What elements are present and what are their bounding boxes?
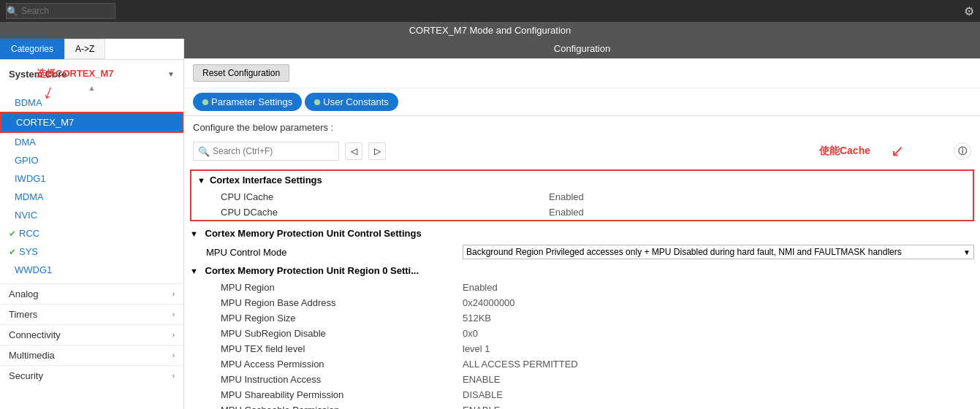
mpu-control-mode-value-cell: Background Region Privileged accesses on…: [457, 242, 980, 261]
params-table: ▼ Cortex Interface Settings CPU ICache E…: [184, 167, 980, 409]
mpu-region-value-1[interactable]: 0x24000000: [457, 295, 980, 310]
mpu-region-label-4: MPU TEX field level: [184, 341, 457, 356]
mpu-region-label-1: MPU Region Base Address: [184, 295, 457, 310]
mpu-region-label-0: MPU Region: [184, 280, 457, 295]
configure-label: Configure the below parameters :: [184, 116, 980, 139]
mpu-region0-section-label: Cortex Memory Protection Unit Region 0 S…: [205, 265, 419, 276]
param-settings-dot: [202, 99, 208, 105]
cortex-interface-box: ▼ Cortex Interface Settings CPU ICache E…: [190, 169, 974, 221]
mpu-control-mode-value: Background Region Privileged accesses on…: [466, 247, 902, 257]
content-area: Configuration Reset Configuration Parame…: [184, 39, 980, 409]
sidebar-item-CORTEX_M7[interactable]: CORTEX_M7: [0, 112, 183, 133]
sidebar-item-IWDG1[interactable]: IWDG1: [0, 169, 183, 188]
mpu-region-row-4: MPU TEX field level level 1: [184, 341, 980, 356]
cpu-icache-label: CPU ICache: [191, 189, 543, 204]
mpu-region-value-6[interactable]: ENABLE: [457, 372, 980, 387]
search-area: 🔍 ◁ ▷ 使能Cache ↙ ⓘ: [184, 139, 980, 167]
sidebar-category-multimedia[interactable]: Multimedia ›: [0, 345, 183, 365]
sidebar-category-analog[interactable]: Analog ›: [0, 283, 183, 304]
mpu-control-mode-select[interactable]: Background Region Privileged accesses on…: [463, 245, 974, 259]
sidebar-category-connectivity[interactable]: Connectivity ›: [0, 324, 183, 345]
cache-annotation-text: 使能Cache: [819, 145, 870, 158]
mpu-region-row-0: MPU Region Enabled: [184, 280, 980, 295]
tab-categories[interactable]: Categories: [0, 39, 64, 59]
mpu-region-label-5: MPU Access Permission: [184, 356, 457, 372]
sidebar: Categories A->Z 选择CORTEX_M7 ↓ System Cor…: [0, 39, 184, 409]
sidebar-item-MDMA[interactable]: MDMA: [0, 188, 183, 206]
mpu-region-row-2: MPU Region Size 512KB: [184, 310, 980, 326]
mpu-region-value-2[interactable]: 512KB: [457, 310, 980, 326]
mpu-region-value-5[interactable]: ALL ACCESS PERMITTED: [457, 356, 980, 372]
sidebar-system-core-section: System Core ▼ ▲ BDMA CORTEX_M7 DMA GPIO …: [0, 60, 183, 283]
toolbar: Reset Configuration: [184, 58, 980, 88]
sys-label: SYS: [19, 246, 38, 257]
multimedia-label: Multimedia: [9, 350, 55, 361]
mpu-region-value-3[interactable]: 0x0: [457, 326, 980, 341]
tab-user-constants[interactable]: User Constants: [305, 93, 398, 111]
reset-config-button[interactable]: Reset Configuration: [193, 64, 289, 82]
sidebar-item-RCC[interactable]: ✔ RCC: [0, 224, 183, 242]
main-layout: Categories A->Z 选择CORTEX_M7 ↓ System Cor…: [0, 39, 980, 409]
tab-az[interactable]: A->Z: [64, 39, 105, 59]
connectivity-arrow: ›: [172, 331, 175, 339]
mpu-region-row-8: MPU Cacheable Permission ENABLE: [184, 402, 980, 409]
sidebar-item-BDMA[interactable]: BDMA: [0, 93, 183, 112]
sidebar-item-DMA[interactable]: DMA: [0, 133, 183, 151]
top-bar: 🔍 ⚙: [0, 0, 980, 22]
sidebar-item-GPIO[interactable]: GPIO: [0, 151, 183, 169]
mpu-region-label-8: MPU Cacheable Permission: [184, 402, 457, 409]
mpu-region-row-5: MPU Access Permission ALL ACCESS PERMITT…: [184, 356, 980, 372]
search-next-button[interactable]: ▷: [368, 142, 386, 160]
system-core-header[interactable]: System Core ▼: [0, 64, 183, 84]
security-arrow: ›: [172, 372, 175, 380]
sidebar-category-timers[interactable]: Timers ›: [0, 304, 183, 324]
mpu-region-value-7[interactable]: DISABLE: [457, 387, 980, 402]
mpu-region-value-8[interactable]: ENABLE: [457, 402, 980, 409]
timers-arrow: ›: [172, 310, 175, 318]
cpu-dcache-value[interactable]: Enabled: [543, 204, 973, 220]
search-prev-button[interactable]: ◁: [345, 142, 362, 160]
mpu-region0-header-row: ▼ Cortex Memory Protection Unit Region 0…: [184, 261, 980, 280]
sidebar-tabs: Categories A->Z: [0, 39, 183, 60]
mpu-control-collapse-icon: ▼: [190, 229, 198, 238]
tab-parameter-settings[interactable]: Parameter Settings: [193, 93, 302, 111]
cortex-interface-table: CPU ICache Enabled CPU DCache Enabled: [191, 189, 973, 220]
dropdown-arrow-icon: ▼: [963, 248, 970, 256]
sidebar-item-SYS[interactable]: ✔ SYS: [0, 242, 183, 261]
mpu-region-label-2: MPU Region Size: [184, 310, 457, 326]
sidebar-item-WWDG1[interactable]: WWDG1: [0, 261, 183, 279]
mpu-region-label-7: MPU Shareability Permission: [184, 387, 457, 402]
cpu-icache-value[interactable]: Enabled: [543, 189, 973, 204]
mpu-control-section-label: Cortex Memory Protection Unit Control Se…: [205, 228, 422, 239]
param-search-box[interactable]: 🔍: [193, 142, 339, 161]
info-button[interactable]: ⓘ: [954, 142, 971, 160]
analog-label: Analog: [9, 288, 38, 299]
multimedia-arrow: ›: [172, 351, 175, 359]
top-search-box[interactable]: 🔍: [6, 3, 115, 19]
mpu-region-row-7: MPU Shareability Permission DISABLE: [184, 387, 980, 402]
cortex-interface-toggle[interactable]: ▼ Cortex Interface Settings: [191, 171, 973, 189]
config-header: Configuration: [184, 39, 980, 58]
window-title: CORTEX_M7 Mode and Configuration: [0, 22, 980, 39]
mpu-control-mode-row: MPU Control Mode Background Region Privi…: [184, 242, 980, 261]
settings-icon[interactable]: ⚙: [964, 4, 974, 18]
rcc-label: RCC: [19, 228, 39, 239]
security-label: Security: [9, 370, 43, 381]
sidebar-category-security[interactable]: Security ›: [0, 365, 183, 386]
param-settings-label: Parameter Settings: [211, 96, 292, 107]
app-container: 🔍 ⚙ CORTEX_M7 Mode and Configuration Cat…: [0, 0, 980, 409]
user-constants-dot: [314, 99, 320, 105]
param-search-input[interactable]: [213, 146, 334, 156]
mpu-region-label-3: MPU SubRegion Disable: [184, 326, 457, 341]
mpu-region-value-0[interactable]: Enabled: [457, 280, 980, 295]
mpu-region-value-4[interactable]: level 1: [457, 341, 980, 356]
user-constants-label: User Constants: [323, 96, 389, 107]
mpu-region-label-6: MPU Instruction Access: [184, 372, 457, 387]
scroll-up-indicator: ▲: [0, 84, 183, 93]
top-search-input[interactable]: [18, 6, 115, 16]
cache-annotation-arrow: ↙: [891, 142, 904, 161]
sidebar-item-NVIC[interactable]: NVIC: [0, 206, 183, 224]
analog-arrow: ›: [172, 290, 175, 298]
mpu-region-row-1: MPU Region Base Address 0x24000000: [184, 295, 980, 310]
rcc-check-icon: ✔: [9, 229, 16, 239]
